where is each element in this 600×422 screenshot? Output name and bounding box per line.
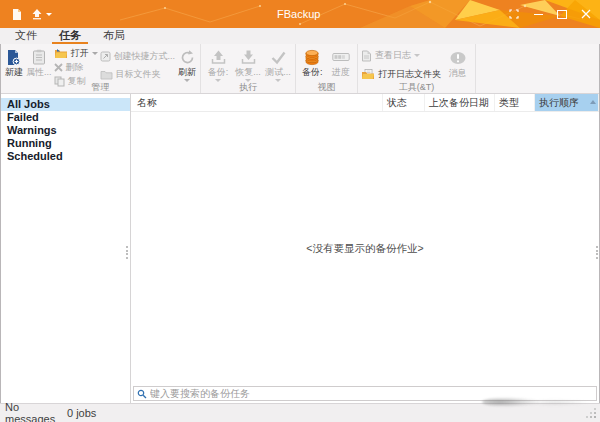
minimize-icon bbox=[534, 14, 543, 15]
new-job-button[interactable]: 新建 bbox=[4, 46, 24, 77]
tab-task[interactable]: 任务 bbox=[48, 28, 92, 44]
delete-x-icon bbox=[54, 63, 63, 72]
sort-ascending-icon bbox=[590, 100, 596, 104]
shortcut-icon bbox=[100, 51, 111, 62]
quick-new-job-button[interactable] bbox=[12, 8, 22, 21]
view-logs-icon bbox=[361, 50, 372, 62]
manage-small-column-1: 打开 删除 复制 bbox=[54, 46, 98, 87]
group-label-view: 视图 bbox=[296, 82, 357, 93]
view-logs-button[interactable]: 查看日志 bbox=[361, 50, 441, 61]
new-job-label: 新建 bbox=[5, 67, 23, 77]
minimize-button[interactable] bbox=[526, 0, 550, 28]
backup-button[interactable]: 备份: bbox=[204, 46, 232, 82]
open-log-folder-label: 打开日志文件夹 bbox=[378, 68, 441, 81]
backup-db-stack-icon bbox=[303, 49, 321, 66]
dropdown-caret-icon bbox=[46, 13, 52, 16]
column-header-execution-order-label: 执行顺序 bbox=[539, 97, 579, 108]
tab-file[interactable]: 文件 bbox=[4, 28, 48, 44]
sidebar-item-failed[interactable]: Failed bbox=[1, 111, 130, 124]
delete-button[interactable]: 删除 bbox=[54, 62, 98, 73]
job-filter-sidebar: All Jobs Failed Warnings Running Schedul… bbox=[1, 94, 131, 403]
ribbon-group-tools: 查看日志 打开日志文件夹 bbox=[358, 44, 476, 93]
backup-up-arrow-icon bbox=[31, 8, 43, 20]
maximize-icon bbox=[557, 10, 567, 19]
ribbon-group-execute: 备份: 恢复... 测试... bbox=[201, 44, 296, 93]
progress-label: 进度 bbox=[332, 67, 350, 77]
quick-access-toolbar bbox=[12, 0, 52, 28]
progress-bar-icon bbox=[332, 52, 350, 62]
view-backup-button[interactable]: 备份: bbox=[299, 46, 326, 77]
style-button[interactable] bbox=[502, 0, 526, 28]
tools-small-column: 查看日志 打开日志文件夹 bbox=[361, 46, 441, 80]
delete-label: 删除 bbox=[66, 61, 84, 74]
close-button[interactable] bbox=[574, 0, 598, 28]
resize-grip-icon[interactable] bbox=[594, 416, 596, 418]
style-icon bbox=[509, 9, 519, 19]
ribbon-group-view: 备份: 进度 视图 bbox=[296, 44, 358, 93]
create-shortcut-label: 创建快捷方式... bbox=[114, 50, 176, 63]
window-controls bbox=[502, 0, 598, 28]
group-label-execute: 执行 bbox=[201, 82, 295, 93]
create-shortcut-button[interactable]: 创建快捷方式... bbox=[100, 51, 176, 62]
progress-button[interactable]: 进度 bbox=[328, 46, 355, 77]
ribbon-tab-row: 文件 任务 布局 bbox=[0, 28, 600, 44]
manage-small-column-2: 创建快捷方式... 目标文件夹 bbox=[100, 46, 176, 80]
open-button[interactable]: 打开 bbox=[54, 48, 98, 59]
open-dropdown-caret-icon bbox=[92, 52, 98, 55]
restore-label: 恢复... bbox=[235, 67, 261, 77]
job-list-header: 名称 状态 上次备份日期 类型 执行顺序 bbox=[131, 94, 599, 112]
search-icon bbox=[137, 389, 147, 399]
log-folder-icon bbox=[361, 69, 375, 80]
messages-button[interactable]: 消息 bbox=[443, 46, 472, 78]
job-list-area: 名称 状态 上次备份日期 类型 执行顺序 <没有要显示的备份作业> bbox=[131, 94, 599, 403]
column-header-status[interactable]: 状态 bbox=[383, 94, 425, 111]
properties-button[interactable]: 属性... bbox=[26, 46, 52, 77]
refresh-button[interactable]: 刷新 bbox=[177, 46, 197, 82]
window-title: FBackup bbox=[277, 0, 320, 28]
messages-exclaim-icon bbox=[449, 51, 467, 66]
sidebar-item-all-jobs[interactable]: All Jobs bbox=[1, 98, 130, 111]
refresh-icon bbox=[179, 49, 196, 66]
refresh-label: 刷新 bbox=[178, 67, 196, 77]
view-logs-label: 查看日志 bbox=[375, 49, 411, 62]
fbackup-window: FBackup 文件 任务 布局 bbox=[0, 0, 600, 422]
status-messages: No messages bbox=[0, 401, 62, 422]
group-label-tools: 工具(&T) bbox=[358, 82, 475, 93]
splitter-dots-icon[interactable] bbox=[125, 246, 128, 259]
test-check-icon bbox=[270, 49, 287, 66]
backup-label: 备份: bbox=[208, 67, 229, 77]
test-label: 测试... bbox=[265, 67, 291, 77]
sidebar-item-scheduled[interactable]: Scheduled bbox=[1, 150, 130, 163]
view-backup-label: 备份: bbox=[302, 67, 323, 77]
status-jobs-count: 0 jobs bbox=[62, 407, 96, 419]
column-header-last-backup-date[interactable]: 上次备份日期 bbox=[425, 94, 495, 111]
open-log-folder-button[interactable]: 打开日志文件夹 bbox=[361, 69, 441, 80]
properties-clipboard-icon bbox=[32, 49, 46, 65]
splitter-dots-right-icon[interactable] bbox=[595, 246, 598, 259]
status-bar: No messages 0 jobs bbox=[0, 403, 600, 422]
tab-layout[interactable]: 布局 bbox=[92, 28, 136, 44]
quick-backup-button[interactable] bbox=[31, 8, 52, 20]
column-header-execution-order[interactable]: 执行顺序 bbox=[535, 94, 599, 111]
maximize-button[interactable] bbox=[550, 0, 574, 28]
column-header-type[interactable]: 类型 bbox=[495, 94, 535, 111]
ribbon-group-manage: 新建 属性... bbox=[1, 44, 201, 93]
messages-label: 消息 bbox=[449, 68, 467, 78]
group-label-manage: 管理 bbox=[1, 82, 200, 93]
sidebar-item-warnings[interactable]: Warnings bbox=[1, 124, 130, 137]
new-document-icon bbox=[5, 49, 22, 66]
titlebar: FBackup bbox=[0, 0, 600, 28]
column-header-name[interactable]: 名称 bbox=[131, 94, 383, 111]
dest-folder-label: 目标文件夹 bbox=[116, 68, 161, 81]
restore-button[interactable]: 恢复... bbox=[234, 46, 262, 82]
main-area: All Jobs Failed Warnings Running Schedul… bbox=[1, 94, 599, 403]
open-label: 打开 bbox=[71, 47, 89, 60]
dest-folder-button[interactable]: 目标文件夹 bbox=[100, 69, 176, 80]
test-button[interactable]: 测试... bbox=[264, 46, 292, 82]
open-folder-icon bbox=[54, 48, 68, 59]
ribbon: 新建 属性... bbox=[1, 44, 599, 94]
ribbon-empty-space bbox=[476, 44, 599, 93]
restore-tray-down-icon bbox=[240, 49, 257, 66]
sidebar-item-running[interactable]: Running bbox=[1, 137, 130, 150]
search-input[interactable] bbox=[150, 388, 596, 399]
